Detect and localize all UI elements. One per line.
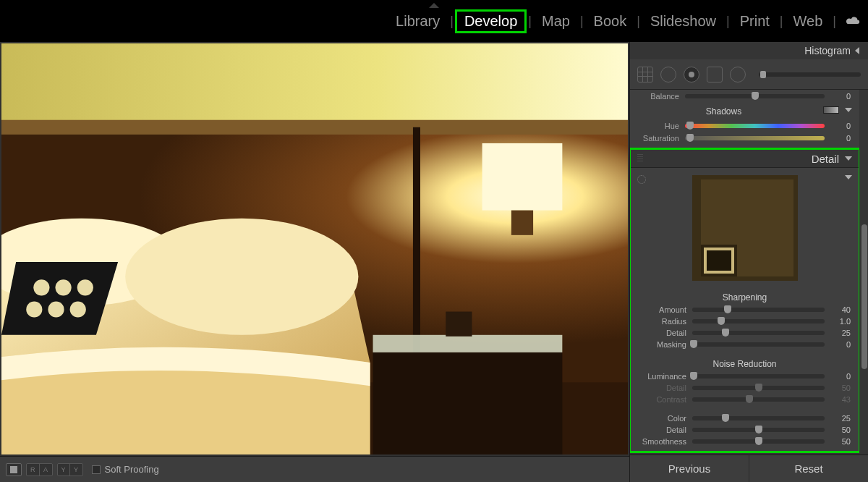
luminance-value: 0	[830, 372, 851, 381]
top-panel-collapse-icon[interactable]	[429, 3, 439, 8]
color-label: Color	[639, 414, 686, 423]
luminance-detail-label: Detail	[639, 384, 686, 392]
panel-scroll-area[interactable]: Balance 0 Shadows Hue 0	[630, 90, 859, 454]
radius-label: Radius	[639, 317, 686, 326]
color-value: 25	[830, 414, 851, 423]
photo-view[interactable]	[1, 43, 628, 454]
spot-removal-tool-icon[interactable]	[660, 67, 676, 83]
luminance-contrast-slider	[692, 397, 825, 402]
hue-label: Hue	[639, 122, 679, 130]
detail-slider[interactable]	[692, 331, 825, 335]
module-book[interactable]: Book	[585, 10, 636, 33]
sharpening-masking-row: Masking 0	[630, 339, 859, 350]
before-after-buttons[interactable]: RA	[26, 463, 53, 476]
luminance-contrast-value: 43	[830, 395, 851, 404]
balance-value: 0	[830, 92, 851, 101]
module-web[interactable]: Web	[785, 10, 832, 33]
masking-value: 0	[830, 340, 851, 349]
adjustment-brush-tool-icon[interactable]	[730, 67, 746, 83]
module-separator: |	[635, 14, 642, 29]
masking-label: Masking	[639, 340, 686, 349]
sharpening-amount-row: Amount 40	[630, 304, 859, 316]
shadows-section-title: Shadows	[630, 102, 817, 118]
checkbox-icon	[92, 465, 101, 474]
module-map[interactable]: Map	[533, 10, 579, 33]
radius-slider[interactable]	[692, 319, 825, 324]
module-develop[interactable]: Develop	[455, 9, 527, 33]
hue-slider[interactable]	[685, 124, 825, 128]
luminance-detail-value: 50	[830, 384, 851, 392]
smoothness-label: Smoothness	[639, 437, 686, 446]
hue-value: 0	[830, 122, 851, 130]
luminance-slider[interactable]	[692, 374, 825, 379]
color-row: Color 25	[630, 413, 859, 424]
split-toning-partial: Balance 0 Shadows Hue 0	[630, 90, 859, 149]
detail-preview-thumbnail[interactable]	[692, 175, 798, 281]
detail-label: Detail	[639, 329, 686, 337]
module-picker-bar: Library | Develop | Map | Book | Slidesh…	[0, 0, 868, 42]
module-separator: |	[778, 14, 785, 29]
svg-point-11	[125, 219, 358, 335]
svg-rect-7	[373, 335, 563, 352]
detail-heading-label: Detail	[812, 153, 839, 165]
svg-rect-22	[707, 250, 731, 271]
module-print[interactable]: Print	[731, 10, 778, 33]
sharpening-radius-row: Radius 1.0	[630, 316, 859, 327]
masking-slider[interactable]	[692, 342, 825, 347]
graduated-filter-tool-icon[interactable]	[707, 67, 723, 83]
preview-picker-icon[interactable]	[637, 175, 646, 184]
svg-point-14	[77, 279, 93, 295]
luminance-row: Luminance 0	[630, 371, 859, 382]
soft-proofing-toggle[interactable]: Soft Proofing	[92, 464, 159, 475]
collapse-icon	[855, 47, 859, 54]
detail-panel: Detail	[630, 149, 859, 452]
luminance-label: Luminance	[639, 372, 686, 381]
histogram-header[interactable]: Histogram	[630, 42, 868, 59]
smoothness-slider[interactable]	[692, 439, 825, 444]
svg-point-16	[48, 301, 64, 317]
svg-rect-5	[482, 143, 563, 211]
shadows-color-swatch[interactable]	[823, 106, 839, 114]
color-detail-row: Detail 50	[630, 424, 859, 436]
svg-rect-8	[373, 352, 563, 454]
crop-tool-icon[interactable]	[637, 67, 653, 83]
module-slideshow[interactable]: Slideshow	[642, 10, 725, 33]
detail-value: 25	[830, 329, 851, 337]
radius-value: 1.0	[830, 317, 851, 326]
develop-right-panel: Histogram Balance 0	[629, 42, 868, 482]
color-slider[interactable]	[692, 416, 825, 420]
soft-proofing-label: Soft Proofing	[105, 464, 159, 475]
noise-reduction-title: Noise Reduction	[630, 355, 859, 371]
canvas-toolbar: RA YY Soft Proofing	[0, 456, 629, 482]
detail-panel-header[interactable]: Detail	[630, 149, 859, 168]
balance-slider[interactable]	[685, 94, 825, 98]
chevron-down-icon[interactable]	[845, 108, 852, 112]
luminance-detail-row: Detail 50	[630, 382, 859, 394]
tool-amount-slider[interactable]	[759, 72, 861, 77]
saturation-slider[interactable]	[685, 136, 825, 140]
amount-value: 40	[830, 305, 851, 314]
cloud-sync-icon[interactable]	[838, 15, 861, 28]
previous-button[interactable]: Previous	[630, 455, 749, 482]
luminance-contrast-row: Contrast 43	[630, 394, 859, 405]
svg-rect-1	[1, 43, 628, 124]
panel-bottom-buttons: Previous Reset	[630, 454, 868, 482]
saturation-value: 0	[830, 134, 851, 143]
compare-layout-buttons[interactable]: YY	[57, 463, 83, 476]
app-root: Library | Develop | Map | Book | Slidesh…	[0, 0, 868, 482]
smoothness-row: Smoothness 50	[630, 436, 859, 447]
histogram-label: Histogram	[804, 45, 851, 56]
detail-preview-area	[630, 168, 859, 288]
chevron-down-icon[interactable]	[845, 175, 852, 179]
color-detail-slider[interactable]	[692, 428, 825, 432]
module-separator: |	[831, 14, 838, 29]
svg-point-12	[33, 279, 49, 295]
radial-filter-tool-icon[interactable]	[684, 67, 699, 83]
loupe-view-button[interactable]	[6, 463, 22, 476]
module-library[interactable]: Library	[387, 10, 448, 33]
lens-corrections-header[interactable]: Lens Corrections	[630, 452, 859, 454]
amount-slider[interactable]	[692, 308, 825, 312]
module-list: Library | Develop | Map | Book | Slidesh…	[387, 9, 861, 33]
panel-scrollbar[interactable]	[861, 224, 867, 369]
reset-button[interactable]: Reset	[749, 455, 868, 482]
